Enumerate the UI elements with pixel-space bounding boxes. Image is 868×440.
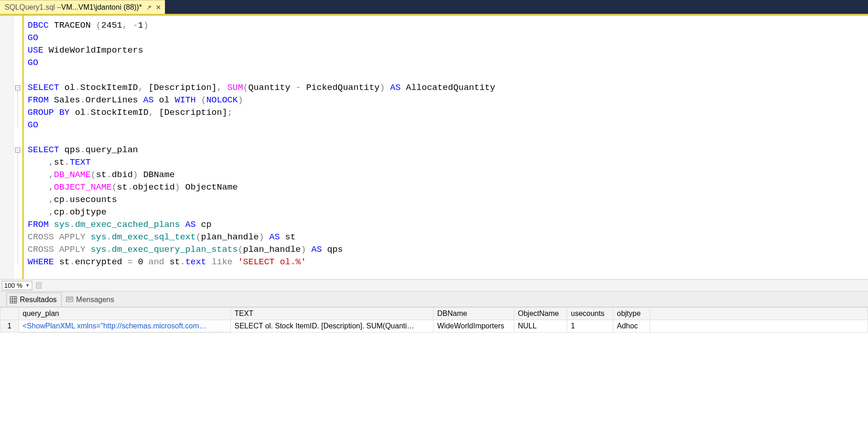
tab-results[interactable]: Resultados xyxy=(6,292,62,307)
sql-editor: −− DBCC TRACEON (2451, -1)GOUSE WideWorl… xyxy=(0,14,868,279)
fold-gutter: −− xyxy=(14,16,22,279)
code-line[interactable]: ,cp.usecounts xyxy=(28,194,868,206)
code-line[interactable]: FROM sys.dm_exec_cached_plans AS cp xyxy=(28,219,868,231)
code-line[interactable]: DBCC TRACEON (2451, -1) xyxy=(28,19,868,32)
code-line[interactable]: ,st.TEXT xyxy=(28,156,868,169)
hscroll-left-button[interactable] xyxy=(36,282,41,289)
code-line[interactable]: SELECT ol.StockItemID, [Description], SU… xyxy=(28,82,868,94)
chevron-down-icon: ▼ xyxy=(25,283,30,288)
tab-filename-suffix: VM...VM1\jdantoni (88))* xyxy=(61,3,142,12)
close-icon[interactable]: ✕ xyxy=(156,4,161,11)
svg-rect-0 xyxy=(10,297,17,303)
grid-icon xyxy=(10,296,17,303)
svg-rect-5 xyxy=(66,297,73,302)
grid-cell-filler xyxy=(650,320,868,333)
tab-messages-label: Mensagens xyxy=(76,296,114,304)
code-line[interactable] xyxy=(28,131,868,144)
editor-footer-bar: 100 % ▼ xyxy=(0,279,868,291)
line-number-gutter xyxy=(0,16,14,279)
grid-cell[interactable]: WideWorldImporters xyxy=(434,320,514,333)
tab-filename-prefix: SQLQuery1.sql – xyxy=(5,3,61,12)
messages-icon xyxy=(66,296,73,303)
table-row[interactable]: 1<ShowPlanXML xmlns="http://schemas.micr… xyxy=(0,320,868,333)
code-line[interactable]: ,cp.objtype xyxy=(28,206,868,219)
code-line[interactable]: ,OBJECT_NAME(st.objectid) ObjectName xyxy=(28,181,868,194)
code-line[interactable]: CROSS APPLY sys.dm_exec_query_plan_stats… xyxy=(28,244,868,256)
zoom-value: 100 % xyxy=(4,282,23,289)
pin-icon[interactable]: 📌︎ xyxy=(146,4,152,11)
col-header-usecounts[interactable]: usecounts xyxy=(567,308,613,320)
row-number-cell[interactable]: 1 xyxy=(0,320,19,333)
grid-cell[interactable]: 1 xyxy=(567,320,613,333)
code-line[interactable]: WHERE st.encrypted = 0 and st.text like … xyxy=(28,256,868,268)
code-line[interactable]: ,DB_NAME(st.dbid) DBName xyxy=(28,169,868,181)
code-line[interactable]: SELECT qps.query_plan xyxy=(28,144,868,156)
code-line[interactable]: USE WideWorldImporters xyxy=(28,44,868,57)
results-tabstrip: Resultados Mensagens xyxy=(0,291,868,307)
results-grid[interactable]: query_plan TEXT DBName ObjectName usecou… xyxy=(0,307,868,333)
code-line[interactable]: CROSS APPLY sys.dm_exec_sql_text(plan_ha… xyxy=(28,231,868,244)
col-header-objectname[interactable]: ObjectName xyxy=(514,308,567,320)
grid-cell[interactable]: SELECT ol. Stock ItemID. [Description]. … xyxy=(231,320,434,333)
fold-toggle-icon[interactable]: − xyxy=(15,148,20,153)
grid-header-row: query_plan TEXT DBName ObjectName usecou… xyxy=(0,308,868,320)
col-header-objtype[interactable]: objtype xyxy=(613,308,650,320)
rownum-header xyxy=(0,308,19,320)
document-tab-strip: SQLQuery1.sql – VM...VM1\jdantoni (88))*… xyxy=(0,0,868,14)
col-header-dbname[interactable]: DBName xyxy=(434,308,514,320)
grid-cell[interactable]: <ShowPlanXML xmlns="http://schemas.micro… xyxy=(19,320,231,333)
tab-messages[interactable]: Mensagens xyxy=(63,292,119,307)
active-document-tab[interactable]: SQLQuery1.sql – VM...VM1\jdantoni (88))*… xyxy=(0,0,165,14)
col-header-text[interactable]: TEXT xyxy=(231,308,434,320)
fold-toggle-icon[interactable]: − xyxy=(15,85,20,90)
code-line[interactable]: GO xyxy=(28,57,868,69)
grid-cell[interactable]: NULL xyxy=(514,320,567,333)
zoom-dropdown[interactable]: 100 % ▼ xyxy=(2,281,32,290)
code-line[interactable]: GO xyxy=(28,32,868,44)
results-grid-area: query_plan TEXT DBName ObjectName usecou… xyxy=(0,307,868,440)
col-header-query_plan[interactable]: query_plan xyxy=(19,308,231,320)
tab-results-label: Resultados xyxy=(20,296,57,304)
code-line[interactable]: FROM Sales.OrderLines AS ol WITH (NOLOCK… xyxy=(28,94,868,107)
col-header-filler xyxy=(650,308,868,320)
code-line[interactable] xyxy=(28,69,868,82)
code-line[interactable]: GROUP BY ol.StockItemID, [Description]; xyxy=(28,107,868,119)
code-area[interactable]: DBCC TRACEON (2451, -1)GOUSE WideWorldIm… xyxy=(24,16,868,279)
grid-cell[interactable]: Adhoc xyxy=(613,320,650,333)
code-line[interactable]: GO xyxy=(28,119,868,131)
